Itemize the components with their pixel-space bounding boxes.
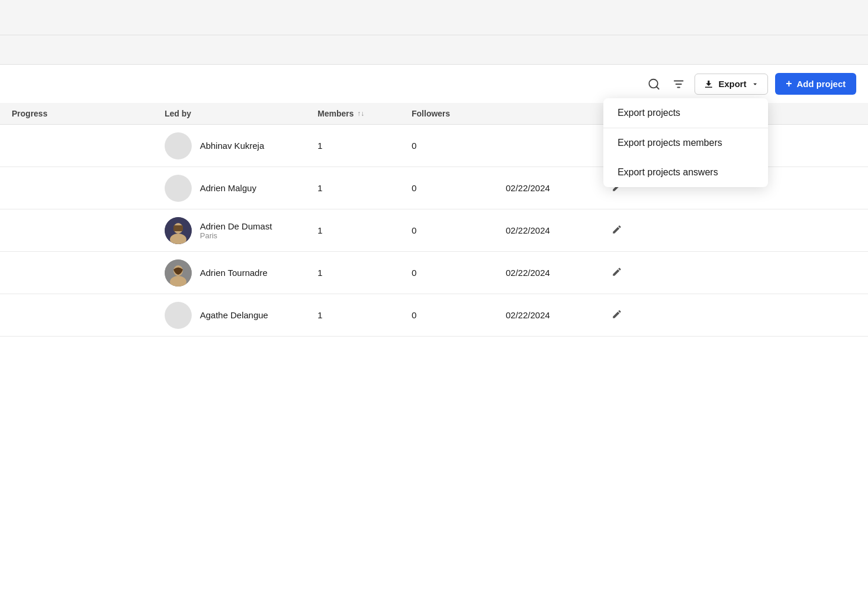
leader-name: Adrien Malguy <box>200 183 256 193</box>
avatar-placeholder <box>165 175 192 202</box>
date-cell: 02/22/2024 <box>506 268 612 278</box>
add-icon: + <box>786 78 792 90</box>
followers-cell: 0 <box>412 183 506 193</box>
leader-info: Adrien Tournadre <box>200 268 268 278</box>
svg-line-1 <box>656 86 659 89</box>
leader-cell: Abhinav Kukreja <box>165 132 318 159</box>
chevron-down-icon <box>751 80 759 88</box>
filter-icon <box>672 78 685 91</box>
export-answers-item[interactable]: Export projects answers <box>603 158 768 187</box>
leader-name: Adrien De Dumast <box>200 221 272 231</box>
export-members-item[interactable]: Export projects members <box>603 128 768 158</box>
top-bar <box>0 0 868 35</box>
col-header-followers: Followers <box>412 109 506 118</box>
members-cell: 1 <box>318 268 412 278</box>
table-row: Adrien De Dumast Paris 1 0 02/22/2024 <box>0 209 868 252</box>
col-header-members: Members ↑↓ <box>318 109 412 118</box>
table-row: Agathe Delangue 1 0 02/22/2024 <box>0 294 868 337</box>
leader-name: Agathe Delangue <box>200 310 268 320</box>
sort-icon[interactable]: ↑↓ <box>357 109 364 118</box>
export-label: Export <box>719 79 747 89</box>
leader-location: Paris <box>200 231 272 240</box>
actions-cell[interactable] <box>612 267 641 279</box>
followers-cell: 0 <box>412 268 506 278</box>
search-icon <box>647 78 660 91</box>
col-header-members-label: Members <box>318 109 353 118</box>
edit-icon[interactable] <box>612 224 622 235</box>
toolbar: Export Export projects Export projects m… <box>0 65 868 103</box>
leader-name: Adrien Tournadre <box>200 268 268 278</box>
col-header-date <box>506 109 612 118</box>
leader-info: Adrien De Dumast Paris <box>200 221 272 240</box>
members-cell: 1 <box>318 141 412 151</box>
leader-name: Abhinav Kukreja <box>200 141 264 151</box>
members-cell: 1 <box>318 183 412 193</box>
add-project-button[interactable]: + Add project <box>775 73 856 95</box>
col-header-led-by: Led by <box>165 109 318 118</box>
followers-cell: 0 <box>412 225 506 235</box>
search-button[interactable] <box>645 75 663 93</box>
followers-cell: 0 <box>412 310 506 320</box>
members-cell: 1 <box>318 225 412 235</box>
leader-info: Agathe Delangue <box>200 310 268 320</box>
followers-cell: 0 <box>412 141 506 151</box>
date-cell: 02/22/2024 <box>506 310 612 320</box>
edit-icon[interactable] <box>612 309 622 319</box>
leader-cell: Adrien Tournadre <box>165 259 318 287</box>
leader-info: Adrien Malguy <box>200 183 256 193</box>
avatar <box>165 259 192 287</box>
col-header-progress: Progress <box>12 109 165 118</box>
actions-cell[interactable] <box>612 309 641 321</box>
avatar-placeholder <box>165 302 192 329</box>
export-dropdown-menu: Export projects Export projects members … <box>603 98 768 187</box>
add-project-label: Add project <box>797 79 846 89</box>
export-button[interactable]: Export <box>695 74 769 95</box>
leader-cell: Adrien Malguy <box>165 175 318 202</box>
export-projects-item[interactable]: Export projects <box>603 98 768 128</box>
leader-cell: Adrien De Dumast Paris <box>165 217 318 244</box>
edit-icon[interactable] <box>612 267 622 277</box>
sub-bar <box>0 35 868 65</box>
filter-button[interactable] <box>670 75 687 93</box>
table-row: Adrien Tournadre 1 0 02/22/2024 <box>0 252 868 294</box>
avatar-placeholder <box>165 132 192 159</box>
date-cell: 02/22/2024 <box>506 225 612 235</box>
actions-cell[interactable] <box>612 224 641 237</box>
members-cell: 1 <box>318 310 412 320</box>
leader-cell: Agathe Delangue <box>165 302 318 329</box>
export-dropdown-wrapper: Export Export projects Export projects m… <box>695 74 769 95</box>
date-cell: 02/22/2024 <box>506 183 612 193</box>
leader-info: Abhinav Kukreja <box>200 141 264 151</box>
download-icon <box>703 79 714 89</box>
avatar <box>165 217 192 244</box>
